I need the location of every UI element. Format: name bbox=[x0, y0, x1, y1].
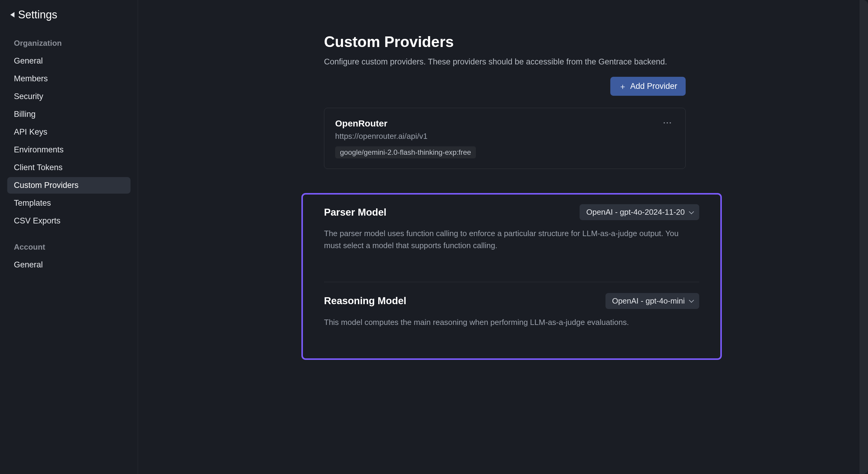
more-vertical-icon: ⋮ bbox=[663, 118, 672, 128]
sidebar-item-label: CSV Exports bbox=[14, 216, 61, 225]
provider-model-tag: google/gemini-2.0-flash-thinking-exp:fre… bbox=[335, 146, 476, 159]
sidebar-item-general-org[interactable]: General bbox=[7, 53, 130, 69]
sidebar-section-label-account: Account bbox=[7, 242, 130, 252]
reasoning-model-row: Reasoning Model OpenAI - gpt-4o-mini Thi… bbox=[324, 282, 699, 331]
sidebar-item-billing[interactable]: Billing bbox=[7, 106, 130, 123]
provider-url: https://openrouter.ai/api/v1 bbox=[335, 132, 476, 141]
sidebar-section-account: Account General bbox=[7, 242, 130, 274]
sidebar: Settings Organization General Members Se… bbox=[0, 0, 138, 474]
main-content: Custom Providers Configure custom provid… bbox=[138, 0, 860, 474]
sidebar-item-label: Templates bbox=[14, 198, 51, 207]
sidebar-item-label: Members bbox=[14, 74, 48, 83]
model-settings-panel: Parser Model OpenAI - gpt-4o-2024-11-20 … bbox=[301, 193, 722, 360]
sidebar-item-label: Client Tokens bbox=[14, 163, 63, 172]
reasoning-model-selected-label: OpenAI - gpt-4o-mini bbox=[612, 296, 685, 306]
sidebar-item-api-keys[interactable]: API Keys bbox=[7, 124, 130, 140]
sidebar-item-label: Environments bbox=[14, 145, 64, 154]
sidebar-item-csv-exports[interactable]: CSV Exports bbox=[7, 213, 130, 229]
back-icon bbox=[10, 12, 14, 18]
chevron-down-icon bbox=[689, 209, 694, 214]
parser-model-title: Parser Model bbox=[324, 207, 386, 218]
sidebar-item-members[interactable]: Members bbox=[7, 70, 130, 87]
add-provider-button[interactable]: ＋ Add Provider bbox=[610, 77, 686, 96]
sidebar-section-label-organization: Organization bbox=[7, 39, 130, 48]
provider-card: OpenRouter https://openrouter.ai/api/v1 … bbox=[324, 108, 686, 169]
sidebar-section-organization: Organization General Members Security Bi… bbox=[7, 39, 130, 230]
sidebar-item-custom-providers[interactable]: Custom Providers bbox=[7, 177, 130, 194]
sidebar-title: Settings bbox=[18, 8, 57, 21]
parser-model-selected-label: OpenAI - gpt-4o-2024-11-20 bbox=[586, 207, 685, 217]
back-to-settings[interactable]: Settings bbox=[7, 8, 130, 21]
chevron-down-icon bbox=[689, 298, 694, 303]
sidebar-item-general-account[interactable]: General bbox=[7, 257, 130, 273]
sidebar-item-label: Security bbox=[14, 92, 43, 101]
plus-icon: ＋ bbox=[619, 82, 627, 90]
add-provider-label: Add Provider bbox=[630, 81, 677, 91]
sidebar-item-label: API Keys bbox=[14, 127, 47, 136]
sidebar-item-label: General bbox=[14, 260, 43, 269]
sidebar-item-templates[interactable]: Templates bbox=[7, 195, 130, 211]
sidebar-item-security[interactable]: Security bbox=[7, 88, 130, 105]
window-right-gutter bbox=[860, 0, 868, 474]
sidebar-item-environments[interactable]: Environments bbox=[7, 141, 130, 158]
provider-more-button[interactable]: ⋮ bbox=[661, 118, 675, 130]
sidebar-item-client-tokens[interactable]: Client Tokens bbox=[7, 159, 130, 176]
page-title: Custom Providers bbox=[324, 33, 686, 50]
reasoning-model-title: Reasoning Model bbox=[324, 295, 406, 307]
parser-model-row: Parser Model OpenAI - gpt-4o-2024-11-20 … bbox=[324, 204, 699, 255]
sidebar-item-label: Billing bbox=[14, 110, 36, 118]
provider-name: OpenRouter bbox=[335, 118, 476, 129]
reasoning-model-description: This model computes the main reasoning w… bbox=[324, 316, 680, 328]
parser-model-select[interactable]: OpenAI - gpt-4o-2024-11-20 bbox=[580, 204, 699, 220]
sidebar-item-label: General bbox=[14, 56, 43, 65]
page-description: Configure custom providers. These provid… bbox=[324, 57, 686, 67]
sidebar-item-label: Custom Providers bbox=[14, 181, 79, 190]
reasoning-model-select[interactable]: OpenAI - gpt-4o-mini bbox=[606, 293, 699, 309]
parser-model-description: The parser model uses function calling t… bbox=[324, 227, 680, 252]
